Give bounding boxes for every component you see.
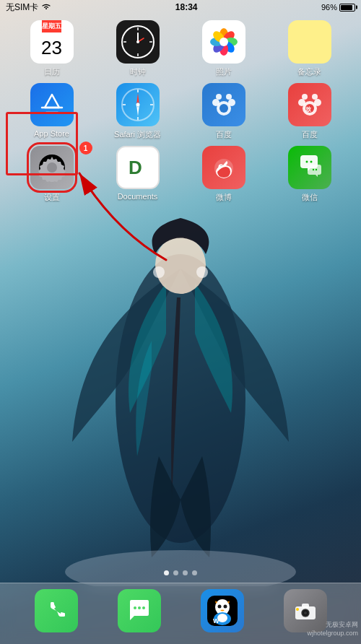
svg-point-3 xyxy=(196,266,208,278)
page-dots xyxy=(0,570,361,575)
svg-point-36 xyxy=(228,99,235,106)
svg-point-4 xyxy=(65,550,296,586)
app-safari-label: Safari 浏览器 xyxy=(114,129,161,140)
app-clock[interactable]: 时钟 xyxy=(102,20,174,77)
svg-point-1 xyxy=(155,236,206,294)
app-weibo[interactable]: 微博 xyxy=(188,146,260,203)
app-notes[interactable]: 备忘录 xyxy=(274,20,346,77)
svg-point-38 xyxy=(226,94,232,100)
safari-icon-wrap xyxy=(116,83,160,126)
status-right: 96% xyxy=(321,3,355,12)
documents-icon: D xyxy=(116,146,160,189)
svg-point-57 xyxy=(134,606,136,609)
anime-figure xyxy=(65,211,296,586)
svg-point-47 xyxy=(47,162,57,173)
app-row-2: App Store Safari 浏览器 xyxy=(9,83,352,140)
calendar-date: 23 xyxy=(41,32,62,64)
app-baidu2[interactable]: 放 百度 xyxy=(274,83,346,140)
svg-point-58 xyxy=(138,606,141,609)
svg-point-55 xyxy=(315,169,316,170)
app-photos[interactable]: 照片 xyxy=(188,20,260,77)
app-baidu1[interactable]: 百度 xyxy=(188,83,260,140)
calendar-icon: 星期五 23 xyxy=(30,20,74,64)
svg-point-12 xyxy=(136,40,139,43)
svg-point-34 xyxy=(219,104,228,113)
calendar-day-label: 星期五 xyxy=(42,20,61,32)
baidu2-icon: 放 xyxy=(288,83,331,126)
svg-point-2 xyxy=(153,266,165,278)
battery-percent: 96% xyxy=(321,3,337,12)
notes-icon xyxy=(288,20,331,64)
page-dot-2 xyxy=(173,570,178,575)
phone-icon xyxy=(35,589,78,632)
svg-text:W: W xyxy=(213,617,219,625)
app-row-1: 星期五 23 日历 xyxy=(9,20,352,77)
app-grid: 星期五 23 日历 xyxy=(0,20,361,209)
app-photos-label: 照片 xyxy=(216,66,232,77)
app-baidu2-label: 百度 xyxy=(302,129,318,140)
watermark: 无极安卓网 wjhotelgroup.com xyxy=(307,620,358,638)
svg-point-44 xyxy=(312,94,318,100)
app-documents-label: Documents xyxy=(118,192,158,201)
carrier-text: 无SIM卡 xyxy=(6,1,38,14)
app-clock-label: 时钟 xyxy=(130,66,146,77)
app-baidu1-label: 百度 xyxy=(216,129,232,140)
app-appstore-label: App Store xyxy=(34,129,69,138)
settings-icon-wrap xyxy=(30,146,74,189)
svg-point-42 xyxy=(314,99,321,106)
wifi-icon xyxy=(41,2,51,12)
svg-point-37 xyxy=(216,94,222,100)
svg-point-41 xyxy=(298,99,305,106)
settings-badge: 1 xyxy=(79,142,92,155)
qq-icon: W xyxy=(201,589,244,632)
battery-icon xyxy=(339,4,355,12)
app-row-3: 1 设置 D Documents xyxy=(9,146,352,203)
weibo-icon xyxy=(202,146,245,189)
photos-icon xyxy=(202,20,245,64)
status-bar: 无SIM卡 18:34 96% xyxy=(0,0,361,14)
app-safari[interactable]: Safari 浏览器 xyxy=(102,83,174,140)
svg-rect-71 xyxy=(302,604,309,608)
status-time: 18:34 xyxy=(175,2,198,12)
app-calendar-label: 日历 xyxy=(44,66,60,77)
svg-point-54 xyxy=(312,169,313,170)
svg-point-35 xyxy=(212,99,219,106)
wechat-icon xyxy=(288,146,331,189)
dock-messages[interactable] xyxy=(118,589,161,632)
svg-point-22 xyxy=(219,38,228,46)
app-wechat[interactable]: 微信 xyxy=(274,146,346,203)
app-wechat-label: 微信 xyxy=(302,192,318,203)
svg-text:D: D xyxy=(129,157,142,178)
page-dot-1 xyxy=(164,570,169,575)
battery-fill xyxy=(341,5,352,10)
messages-icon xyxy=(118,589,161,632)
svg-point-70 xyxy=(304,612,307,614)
watermark-line1: 无极安卓网 xyxy=(307,620,358,630)
appstore-icon xyxy=(30,83,74,126)
svg-point-63 xyxy=(223,605,227,609)
svg-point-43 xyxy=(302,94,308,100)
app-appstore[interactable]: App Store xyxy=(16,83,88,140)
clock-icon xyxy=(116,20,160,64)
watermark-line2: wjhotelgroup.com xyxy=(307,629,358,638)
status-left: 无SIM卡 xyxy=(6,1,51,14)
dock-phone[interactable] xyxy=(35,589,78,632)
app-documents[interactable]: D Documents xyxy=(102,146,174,203)
page-dot-3 xyxy=(183,570,188,575)
app-calendar[interactable]: 星期五 23 日历 xyxy=(16,20,88,77)
app-settings[interactable]: 1 设置 xyxy=(16,146,88,203)
notes-body xyxy=(306,30,313,64)
dock-qq[interactable]: W xyxy=(201,589,244,632)
app-settings-label: 设置 xyxy=(44,192,60,203)
svg-point-72 xyxy=(296,608,299,611)
app-weibo-label: 微博 xyxy=(216,192,232,203)
svg-text:放: 放 xyxy=(305,106,312,113)
app-notes-label: 备忘录 xyxy=(297,66,321,77)
baidu1-icon xyxy=(202,83,245,126)
svg-point-53 xyxy=(310,161,312,163)
svg-point-62 xyxy=(217,605,221,609)
svg-point-32 xyxy=(136,103,139,107)
svg-point-52 xyxy=(305,161,308,163)
page-dot-4 xyxy=(192,570,197,575)
svg-point-59 xyxy=(142,606,145,609)
